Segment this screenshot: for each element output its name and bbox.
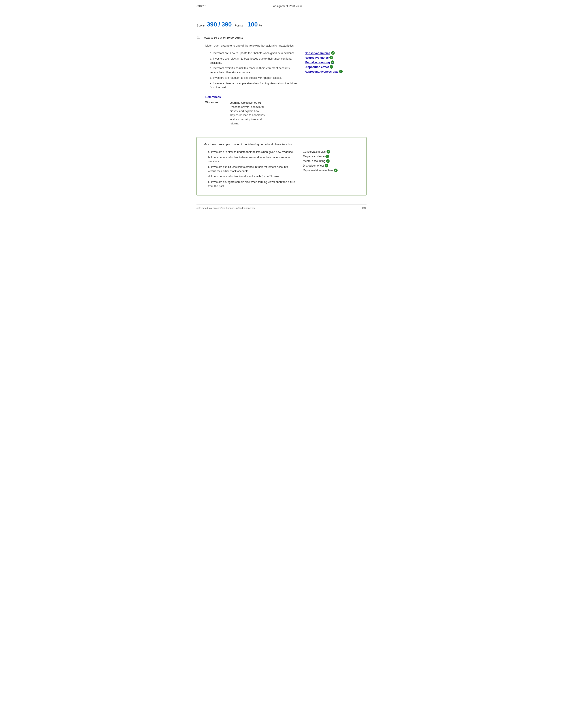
answer-text-3: Mental accounting xyxy=(305,61,330,64)
green-answer-text-2: Regret avoidance xyxy=(303,155,325,158)
award-value: 10 out of 10.00 points xyxy=(214,36,243,39)
green-answer-item-2: Regret avoidance ✓ xyxy=(303,155,352,158)
references-row: Worksheet Learning Objective: 09-01 Desc… xyxy=(205,101,367,126)
green-answer-text-3: Mental accounting xyxy=(303,159,325,163)
answer-text-2: Regret avoidance xyxy=(305,56,329,59)
item-letter: b. xyxy=(210,57,212,60)
green-check-icon-3: ✓ xyxy=(326,159,330,163)
question-1-section: 1. Award: 10 out of 10.00 points Match e… xyxy=(196,35,367,130)
top-bar: 6/18/2019 Assignment Print View xyxy=(196,4,367,8)
item-letter: a. xyxy=(208,150,210,154)
points-label: Points xyxy=(234,24,243,27)
answer-item-2: Regret avoidance ✓ xyxy=(305,56,353,59)
question-number: 1. xyxy=(196,35,200,40)
award-line: Award: 10 out of 10.00 points xyxy=(204,36,243,39)
green-check-icon-5: ✓ xyxy=(334,169,338,172)
answer-item-3: Mental accounting ✓ xyxy=(305,60,353,64)
green-answer-item-5: Representativeness bias ✓ xyxy=(303,169,352,172)
date-label: 6/18/2019 xyxy=(196,5,208,8)
page-title: Assignment Print View xyxy=(273,4,302,8)
check-icon-5: ✓ xyxy=(339,70,343,73)
answer-item-5: Representativeness bias ✓ xyxy=(305,70,353,73)
list-item: a. Investors are slow to update their be… xyxy=(208,150,296,154)
answer-text-5: Representativeness bias xyxy=(305,70,338,73)
footer-bar: ezto.mheducation.com/hm_finance.tpx?todo… xyxy=(196,204,367,209)
item-letter: b. xyxy=(208,156,210,159)
green-answer-item-3: Mental accounting ✓ xyxy=(303,159,352,163)
item-letter: e. xyxy=(208,180,210,184)
answer-text-1: Conservatism bias xyxy=(305,51,330,55)
item-letter: d. xyxy=(210,76,212,79)
list-item: b. Investors are reluctant to bear losse… xyxy=(210,57,298,65)
footer-url: ezto.mheducation.com/hm_finance.tpx?todo… xyxy=(196,207,255,209)
green-box-left-col: a. Investors are slow to update their be… xyxy=(208,150,296,190)
score-numerator: 390 xyxy=(207,21,217,28)
list-item: d. Investors are reluctant to sell stock… xyxy=(208,174,296,179)
item-letter: a. xyxy=(210,52,212,55)
green-check-icon-2: ✓ xyxy=(326,155,329,158)
ref-label: Worksheet xyxy=(205,101,223,126)
green-answer-text-4: Disposition effect xyxy=(303,164,324,167)
list-item: d. Investors are reluctant to sell stock… xyxy=(210,76,298,80)
green-answer-text-1: Conservatism bias xyxy=(303,150,326,153)
list-item: a. Investors are slow to update their be… xyxy=(210,51,298,55)
item-letter: d. xyxy=(208,175,210,178)
green-box-right-col: Conservatism bias ✓ Regret avoidance ✓ M… xyxy=(303,150,352,190)
percent-sign: % xyxy=(259,24,261,27)
green-check-icon-1: ✓ xyxy=(327,150,330,154)
item-letter: c. xyxy=(210,67,212,70)
score-denominator: 390 xyxy=(221,21,232,28)
match-table: a. Investors are slow to update their be… xyxy=(210,51,367,91)
score-section: Score: 390 / 390 Points 100 % xyxy=(196,21,367,28)
green-answer-item-1: Conservatism bias ✓ xyxy=(303,150,352,154)
green-box-section: Match each example to one of the followi… xyxy=(196,137,367,195)
list-item: c. Investors exhibit less risk tolerance… xyxy=(210,66,298,75)
item-letter: e. xyxy=(210,82,212,85)
ref-content: Learning Objective: 09-01 Describe sever… xyxy=(229,101,264,126)
list-item: c. Investors exhibit less risk tolerance… xyxy=(208,165,296,173)
match-instruction: Match each example to one of the followi… xyxy=(205,44,367,47)
green-answer-item-4: Disposition effect ✓ xyxy=(303,164,352,167)
match-right-col: Conservatism bias ✓ Regret avoidance ✓ M… xyxy=(305,51,353,91)
score-percent: 100 xyxy=(247,21,258,28)
references-title: References xyxy=(205,95,367,99)
green-check-icon-4: ✓ xyxy=(325,164,328,167)
match-left-col: a. Investors are slow to update their be… xyxy=(210,51,298,91)
green-box-instruction: Match each example to one of the followi… xyxy=(203,143,360,146)
list-item: b. Investors are reluctant to bear losse… xyxy=(208,155,296,164)
footer-page: 1/42 xyxy=(362,207,367,209)
award-label: Award: xyxy=(204,36,213,39)
green-answer-text-5: Representativeness bias xyxy=(303,169,333,172)
green-box-match-table: a. Investors are slow to update their be… xyxy=(208,150,360,190)
list-item: e. Investors disregard sample size when … xyxy=(210,81,298,90)
check-icon-3: ✓ xyxy=(331,60,334,64)
answer-item-1: Conservatism bias ✓ xyxy=(305,51,353,55)
score-label: Score: xyxy=(196,24,205,27)
check-icon-4: ✓ xyxy=(330,65,333,69)
list-item: e. Investors disregard sample size when … xyxy=(208,180,296,188)
score-divider: / xyxy=(218,21,220,28)
check-icon-1: ✓ xyxy=(331,51,335,55)
check-icon-2: ✓ xyxy=(330,56,333,59)
question-header: 1. Award: 10 out of 10.00 points xyxy=(196,35,367,40)
references-section: References Worksheet Learning Objective:… xyxy=(205,95,367,126)
answer-item-4: Disposition effect ✓ xyxy=(305,65,353,69)
answer-text-4: Disposition effect xyxy=(305,65,329,69)
item-letter: c. xyxy=(208,165,210,169)
